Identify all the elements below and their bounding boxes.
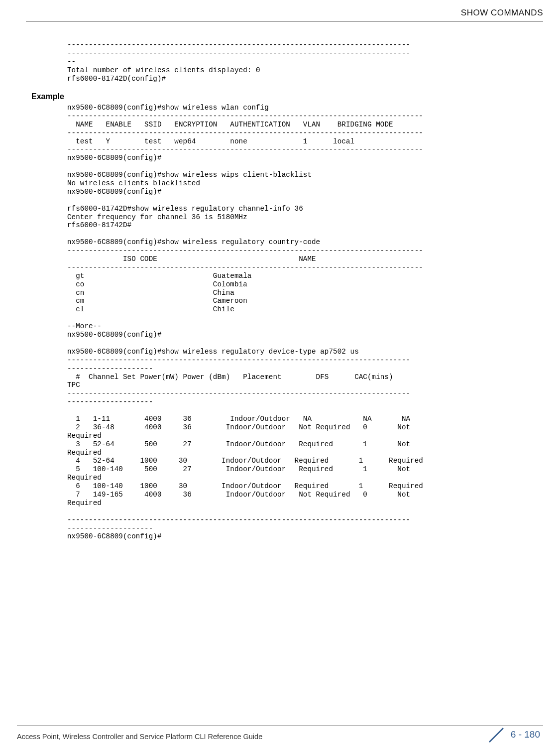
header-divider [26, 21, 543, 21]
page-content: ----------------------------------------… [30, 41, 543, 83]
page-number: 6 - 180 [511, 729, 540, 740]
footer-text: Access Point, Wireless Controller and Se… [17, 733, 262, 741]
code-block-2: nx9500-6C8809(config)#show wireless wlan… [67, 104, 560, 541]
slash-icon [488, 726, 506, 744]
header-title: SHOW COMMANDS [461, 8, 543, 17]
page-footer: Access Point, Wireless Controller and Se… [17, 726, 543, 741]
page-number-wrap: 6 - 180 [488, 726, 540, 744]
footer-divider [17, 726, 543, 726]
code-block-1: ----------------------------------------… [67, 41, 543, 83]
example-heading: Example [31, 92, 64, 101]
code-wrap: nx9500-6C8809(config)#show wireless wlan… [30, 104, 560, 541]
page-header: SHOW COMMANDS [461, 8, 543, 18]
